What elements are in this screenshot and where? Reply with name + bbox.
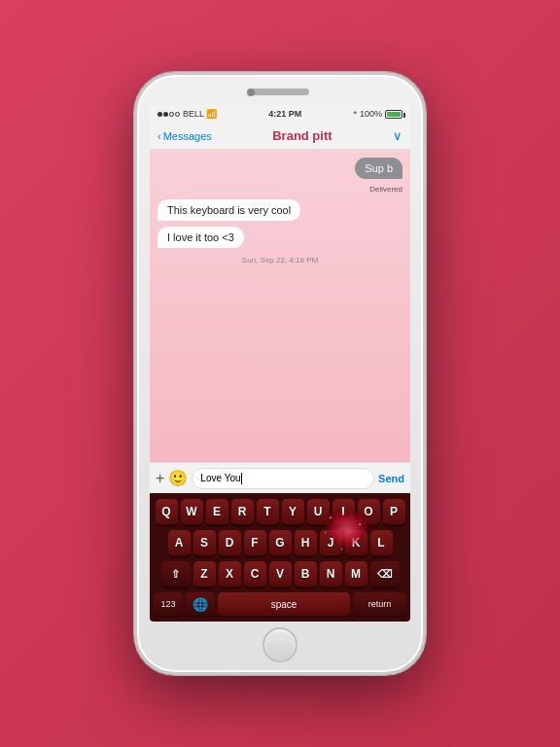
phone-speaker xyxy=(251,89,309,95)
emoji-button[interactable]: 🙂 xyxy=(168,469,188,487)
key-O[interactable]: O xyxy=(358,499,380,526)
key-E[interactable]: E xyxy=(206,499,228,526)
wifi-icon: 📶 xyxy=(206,109,217,119)
key-R[interactable]: R xyxy=(231,499,254,526)
battery-icon xyxy=(385,110,402,119)
backspace-key[interactable]: ⌫ xyxy=(370,561,400,588)
carrier-label: BELL xyxy=(183,109,204,119)
key-Y[interactable]: Y xyxy=(282,499,304,526)
message-text-2: This keyboard is very cool xyxy=(167,204,291,216)
return-key[interactable]: return xyxy=(353,592,406,618)
message-input[interactable]: Love You xyxy=(192,468,374,489)
keyboard-row-2: A S D F G H J K L xyxy=(154,530,406,557)
keyboard: Q W E R T Y U I O P A S D F G xyxy=(150,493,410,622)
key-L[interactable]: L xyxy=(370,530,393,557)
nav-title: Brand pitt xyxy=(272,128,332,143)
chat-area: Sup b Delivered This keyboard is very co… xyxy=(150,150,410,462)
input-value: Love You xyxy=(200,473,240,483)
key-K[interactable]: K xyxy=(345,530,368,557)
phone-camera xyxy=(247,89,255,96)
key-F[interactable]: F xyxy=(244,530,266,557)
key-B[interactable]: B xyxy=(295,561,317,588)
key-P[interactable]: P xyxy=(383,499,405,526)
key-N[interactable]: N xyxy=(320,561,342,588)
nav-chevron-down[interactable]: ∨ xyxy=(393,128,402,143)
message-text-1: Sup b xyxy=(365,162,393,174)
key-W[interactable]: W xyxy=(181,499,203,526)
key-U[interactable]: U xyxy=(307,499,330,526)
signal-dots xyxy=(158,109,181,119)
phone-screen: BELL 📶 4:21 PM * 100% ‹ Messages Brand p… xyxy=(150,105,410,622)
shift-key[interactable]: ⇧ xyxy=(161,561,191,588)
key-V[interactable]: V xyxy=(269,561,292,588)
message-text-3: I love it too <3 xyxy=(167,231,234,243)
input-bar: + 🙂 Love You Send xyxy=(150,462,410,493)
key-A[interactable]: A xyxy=(168,530,191,557)
key-I[interactable]: I xyxy=(332,499,355,526)
key-D[interactable]: D xyxy=(219,530,241,557)
phone-frame: BELL 📶 4:21 PM * 100% ‹ Messages Brand p… xyxy=(134,72,426,675)
status-bar: BELL 📶 4:21 PM * 100% xyxy=(150,105,410,123)
key-H[interactable]: H xyxy=(295,530,317,557)
add-button[interactable]: + xyxy=(156,470,164,487)
status-left: BELL 📶 xyxy=(158,109,217,119)
key-S[interactable]: S xyxy=(193,530,216,557)
keyboard-row-1: Q W E R T Y U I O P xyxy=(154,499,406,526)
key-Z[interactable]: Z xyxy=(193,561,216,588)
key-J[interactable]: J xyxy=(320,530,342,557)
send-button[interactable]: Send xyxy=(378,473,404,484)
globe-key[interactable]: 🌐 xyxy=(186,592,215,618)
key-X[interactable]: X xyxy=(219,561,241,588)
key-C[interactable]: C xyxy=(244,561,266,588)
battery-label: 100% xyxy=(360,109,382,119)
key-G[interactable]: G xyxy=(269,530,292,557)
numbers-key[interactable]: 123 xyxy=(154,592,183,618)
time-label: 4:21 PM xyxy=(268,109,301,119)
nav-bar: ‹ Messages Brand pitt ∨ xyxy=(150,123,410,150)
keyboard-container: Q W E R T Y U I O P A S D F G xyxy=(150,493,410,622)
chevron-left-icon: ‹ xyxy=(158,130,161,142)
back-label: Messages xyxy=(163,130,212,142)
message-timestamp: Sun, Sep 22, 4:18 PM xyxy=(242,256,318,265)
input-cursor xyxy=(241,473,242,484)
space-key[interactable]: space xyxy=(218,592,350,618)
key-Q[interactable]: Q xyxy=(156,499,178,526)
home-button[interactable] xyxy=(262,627,298,662)
bluetooth-icon: * xyxy=(353,109,357,119)
keyboard-row-4: 123 🌐 space return xyxy=(154,592,406,618)
key-M[interactable]: M xyxy=(345,561,368,588)
message-bubble-right-1: Sup b xyxy=(355,158,402,179)
status-right: * 100% xyxy=(353,109,402,119)
delivered-label: Delivered xyxy=(369,185,402,194)
keyboard-row-3: ⇧ Z X C V B N M ⌫ xyxy=(154,561,406,588)
battery-fill xyxy=(387,112,401,117)
message-bubble-left-3: I love it too <3 xyxy=(158,227,244,248)
key-T[interactable]: T xyxy=(257,499,279,526)
message-bubble-left-2: This keyboard is very cool xyxy=(158,199,300,221)
back-button[interactable]: ‹ Messages xyxy=(158,130,212,142)
